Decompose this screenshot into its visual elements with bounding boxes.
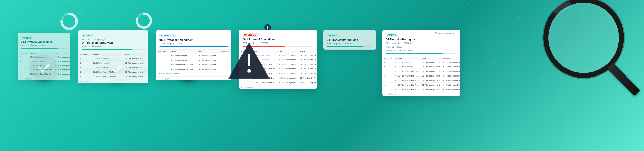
table-row: 301.01 Trial oversight01 Trial managemen… xyxy=(78,61,148,65)
svg-rect-64 xyxy=(267,26,268,28)
card-5-progress-fill xyxy=(327,46,364,47)
card-2-progress-fill xyxy=(82,49,132,50)
table-row: 01.01.01 Trial Master File Pla... xyxy=(156,72,231,76)
card-4-title: 06.1 Protocol Amendment xyxy=(243,38,313,41)
card-4-footer: 1 — of 1 pages | > xyxy=(239,85,317,89)
card-3-header: COMPLETE 05.1 Protocol Amendment 100% co… xyxy=(156,30,231,50)
card-6-header: ACTIVE 🔍 Search documents... 04 First Mo… xyxy=(382,30,460,56)
col-files: # of Files xyxy=(18,52,28,55)
card-6-filters: Milestones ▾ Status ▾ Zone ▾ xyxy=(386,49,457,51)
card-3-progress-fill xyxy=(159,46,228,47)
card-1-title: 23.1 Protocol Amendment xyxy=(21,40,67,43)
svg-marker-19 xyxy=(428,92,458,126)
svg-marker-17 xyxy=(591,62,621,96)
card-1-progress-fill xyxy=(21,48,58,49)
svg-point-39 xyxy=(213,22,215,24)
card-4: OVERDUE 06.1 Protocol Amendment 80% comp… xyxy=(239,30,317,89)
svg-point-53 xyxy=(341,104,343,106)
svg-marker-18 xyxy=(616,105,644,138)
svg-point-43 xyxy=(618,11,620,13)
svg-point-44 xyxy=(492,61,494,63)
table-row: 101.01 Trial Master File Plan01 Trial ma… xyxy=(78,75,148,79)
svg-point-61 xyxy=(210,13,223,26)
filter-status[interactable]: Status ▾ xyxy=(398,49,405,51)
card-4-progress-track xyxy=(243,46,313,47)
table-row: 101.01 Trial Master File Plan01 Trial ma… xyxy=(18,68,70,72)
card-1-progress-track xyxy=(21,48,67,49)
card-6-progress-track xyxy=(386,53,457,54)
svg-marker-14 xyxy=(604,12,634,45)
table-row: 301.01 Trial oversight01 Trial managemen… xyxy=(18,59,70,63)
svg-line-33 xyxy=(493,80,543,96)
card-6: ACTIVE 🔍 Search documents... 04 First Mo… xyxy=(382,30,460,96)
card-6-progress-fill xyxy=(386,53,443,54)
card-3-status: COMPLETE xyxy=(159,34,176,37)
table-row: 201.01 Trial oversight01 Trial managemen… xyxy=(78,66,148,70)
svg-point-36 xyxy=(67,0,69,2)
table-row: 101.01 Trial Master File Plan01 Trial ma… xyxy=(383,79,460,83)
card-3-footer: 1 — of 1 pages | > xyxy=(156,76,231,80)
card-6-table: # of Files Section Zone Milestone Status… xyxy=(382,56,460,92)
card-6-progress-text: 80% complete — 80/100 xyxy=(386,42,457,44)
svg-marker-15 xyxy=(478,62,508,96)
filter-zone[interactable]: Zone ▾ xyxy=(406,49,412,51)
table-row: 01.01 Trial Master File Plan01 Trial man… xyxy=(239,81,317,84)
magnifier-container xyxy=(536,0,644,103)
card-4-progress-text: 80% complete — 120/200 xyxy=(243,42,313,44)
card-6-title: 04 First Monitoring Visit xyxy=(386,38,457,41)
card-2-footer: 1 — of 1 pages | > xyxy=(78,79,148,83)
upload-btn[interactable]: ↑ Upload xyxy=(386,46,394,48)
svg-point-38 xyxy=(165,3,167,5)
table-row: 001.01 Trial oversight01 Trial managemen… xyxy=(383,65,460,69)
svg-point-50 xyxy=(314,12,315,14)
card-4-status: OVERDUE xyxy=(243,33,258,37)
donut-chart-2 xyxy=(133,10,155,31)
card-3-progress-track xyxy=(159,46,228,47)
svg-point-62 xyxy=(210,13,223,26)
col-section: Section xyxy=(29,52,54,55)
svg-marker-12 xyxy=(503,17,533,50)
card-1-footer: 1 — of 1 pages | > xyxy=(18,77,70,80)
filter-milestones[interactable]: Milestones ▾ xyxy=(386,49,396,51)
table-row: 101.01 Trial Master File Pla...01 Trial … xyxy=(78,70,148,74)
svg-point-58 xyxy=(62,14,77,29)
svg-point-35 xyxy=(34,13,36,15)
card-6-status: ACTIVE xyxy=(386,33,398,37)
table-row: 001.01 Trial oversight01 Trial managemen… xyxy=(239,58,317,62)
svg-line-34 xyxy=(543,96,606,113)
svg-point-42 xyxy=(568,0,570,0)
card-2-status: ACTIVE xyxy=(82,34,94,37)
export-btn[interactable]: ↓ Export xyxy=(396,46,403,48)
svg-point-60 xyxy=(137,14,151,28)
card-2-progress-track xyxy=(82,49,145,50)
card-2-title: 04 First Monitoring Visit xyxy=(82,41,145,44)
table-row: 101.01 Trial Master File Plan01 Trial ma… xyxy=(383,74,460,78)
table-row: 101.01 Trial Master File Plan01 Trial ma… xyxy=(239,71,317,76)
svg-point-54 xyxy=(417,112,418,113)
card-4-progress-fill xyxy=(243,46,285,47)
card-1-status: Active xyxy=(21,36,33,39)
magnifier-handle xyxy=(607,63,640,96)
card-2: ACTIVE 03/18/2021 116 days to go 04 Firs… xyxy=(78,30,148,83)
table-row: 101.01 Trial Master File Plan01 Trial ma… xyxy=(383,69,460,73)
table-row: 001.01 Trial oversight01 Trial managemen… xyxy=(239,53,317,57)
table-row: 101.01 Trial Master File Plan01 Trial ma… xyxy=(239,76,317,80)
card-5-progress-text: 80% complete — 80/100 xyxy=(327,42,373,45)
table-row: 101.01 Trial Master File Plan01 Trial ma… xyxy=(239,67,317,71)
svg-point-40 xyxy=(467,3,469,5)
svg-point-59 xyxy=(137,14,151,28)
card-5-status: ACTIVE xyxy=(327,34,339,37)
table-row: 01.01 Trial Master File Plan01 Trial man… xyxy=(156,63,231,67)
svg-line-25 xyxy=(35,1,68,14)
card-4-header: OVERDUE 06.1 Protocol Amendment 80% comp… xyxy=(239,30,317,49)
svg-marker-24 xyxy=(403,112,433,146)
svg-point-41 xyxy=(517,16,519,18)
table-row: 101.01 Trial Master File Plan01 Trial ma… xyxy=(18,72,70,76)
card-2-table: # of Files Section Zone 401.01 Trial ove… xyxy=(78,52,148,79)
table-row: 01.01 Trial oversight01 Trial management xyxy=(156,54,231,58)
card-6-search: 🔍 Search documents... xyxy=(435,32,457,34)
svg-point-55 xyxy=(14,73,16,74)
card-3: COMPLETE 05.1 Protocol Amendment 100% co… xyxy=(156,30,231,80)
col-zone: Zone xyxy=(54,52,70,55)
table-row: 101.01 Trial Master File Plan01 Trial ma… xyxy=(239,62,317,66)
